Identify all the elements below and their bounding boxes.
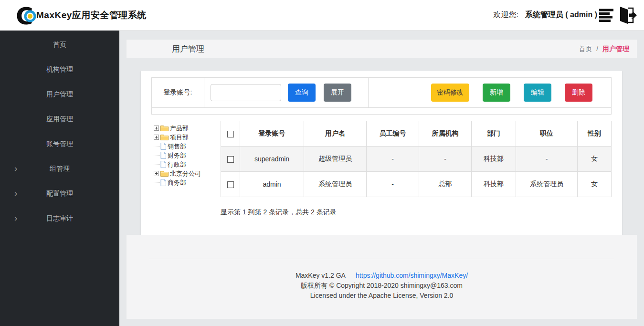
- footer-version-line: MaxKey v1.2 GA https://github.com/shimin…: [127, 271, 637, 281]
- cell-username: 系统管理员: [304, 172, 367, 197]
- login-account-input[interactable]: [211, 84, 281, 101]
- column-header: 员工编号: [367, 121, 419, 147]
- column-header: 性别: [578, 121, 612, 147]
- search-label-cell: 登录账号:: [152, 78, 204, 107]
- row-checkbox[interactable]: [227, 181, 234, 188]
- column-header: 登录账号: [240, 121, 304, 147]
- breadcrumb-separator: /: [596, 45, 598, 53]
- sidebar-item-org-management[interactable]: 机构管理: [0, 57, 119, 82]
- cell-organization: 总部: [419, 172, 472, 197]
- delete-button[interactable]: 删除: [565, 84, 592, 102]
- search-toolbar: 登录账号: 查询 展开 密码修改 新增 编辑 删除: [151, 77, 612, 108]
- cell-department: 科技部: [472, 172, 516, 197]
- welcome-label: 欢迎您:: [493, 10, 518, 20]
- user-management-card: 登录账号: 查询 展开 密码修改 新增 编辑 删除: [141, 71, 622, 235]
- chevron-right-icon: ›: [14, 163, 17, 174]
- cell-position: -: [516, 147, 578, 172]
- sidebar-item-app-management[interactable]: 应用管理: [0, 107, 119, 132]
- cell-login-account: superadmin: [240, 147, 304, 172]
- row-checkbox[interactable]: [227, 156, 234, 163]
- breadcrumb-current[interactable]: 用户管理: [602, 45, 629, 53]
- breadcrumb-home-link[interactable]: 首页: [579, 45, 592, 53]
- breadcrumb: 首页 / 用户管理: [579, 45, 637, 53]
- copyright-text: 版权所有 © Copyright 2018-2020 shimingxy@163…: [127, 281, 637, 291]
- tree-node-leaf[interactable]: 财务部: [154, 151, 221, 160]
- cell-gender: 女: [578, 147, 612, 172]
- cell-username: 超级管理员: [304, 147, 367, 172]
- github-link[interactable]: https://github.com/shimingxy/MaxKey/: [356, 272, 468, 279]
- tree-node-leaf[interactable]: 销售部: [154, 142, 221, 151]
- version-text: MaxKey v1.2 GA: [296, 272, 345, 279]
- column-header: 职位: [516, 121, 578, 147]
- tree-node-leaf[interactable]: 行政部: [154, 160, 221, 169]
- expand-plus-icon[interactable]: [154, 126, 159, 131]
- file-icon: [160, 179, 166, 186]
- footer-text: MaxKey v1.2 GA https://github.com/shimin…: [127, 271, 637, 301]
- select-all-cell: [221, 121, 240, 147]
- page-header: 用户管理 首页 / 用户管理: [127, 40, 637, 58]
- footer-divider: [149, 259, 614, 259]
- cell-employee-no: -: [367, 147, 419, 172]
- search-cell: 查询 展开: [204, 78, 369, 107]
- tree-connector: [154, 164, 160, 165]
- sidebar-item-user-management[interactable]: 用户管理: [0, 82, 119, 107]
- sidebar-item-home[interactable]: 首页: [0, 32, 119, 57]
- users-table: 登录账号 用户名 员工编号 所属机构 部门 职位 性别 superadmin: [221, 121, 612, 197]
- tree-node-folder[interactable]: 项目部: [154, 133, 221, 142]
- expand-button[interactable]: 展开: [324, 84, 351, 102]
- row-select-cell: [221, 172, 240, 197]
- sidebar: 首页 机构管理 用户管理 应用管理 账号管理 › 组管理 › 配置管理 › 日志…: [0, 31, 119, 326]
- sidebar-item-log-audit[interactable]: › 日志审计: [0, 206, 119, 231]
- chevron-right-icon: ›: [14, 213, 17, 223]
- main-content: 用户管理 首页 / 用户管理 登录账号: 查询 展开 密码修改 新增 编辑 删除: [119, 31, 644, 326]
- cell-login-account: admin: [240, 172, 304, 197]
- change-password-button[interactable]: 密码修改: [431, 84, 469, 102]
- page-title: 用户管理: [127, 43, 204, 54]
- folder-icon: [160, 134, 169, 140]
- tree-node-leaf[interactable]: 商务部: [154, 178, 221, 187]
- file-icon: [160, 143, 166, 150]
- tree-node-folder[interactable]: 产品部: [154, 124, 221, 133]
- select-all-checkbox[interactable]: [227, 131, 234, 137]
- folder-icon: [160, 170, 169, 177]
- login-account-label: 登录账号:: [164, 88, 192, 97]
- license-text: Licensed under the Apache License, Versi…: [127, 291, 637, 301]
- current-user: 系统管理员 ( admin ): [525, 10, 597, 20]
- navbar-right: 欢迎您: 系统管理员 ( admin ): [493, 5, 637, 26]
- column-header: 用户名: [304, 121, 367, 147]
- record-summary: 显示第 1 到第 2 条记录，总共 2 条记录: [221, 208, 612, 217]
- org-tree: 产品部 项目部 销售部: [151, 121, 221, 217]
- expand-plus-icon[interactable]: [154, 135, 159, 140]
- tree-connector: [154, 155, 160, 156]
- action-buttons: 密码修改 新增 编辑 删除: [369, 78, 611, 107]
- tree-node-folder[interactable]: 北京分公司: [154, 169, 221, 178]
- brand[interactable]: C MaxKey应用安全管理系统: [17, 4, 147, 26]
- cell-gender: 女: [578, 172, 612, 197]
- query-button[interactable]: 查询: [288, 84, 316, 102]
- footer: MaxKey v1.2 GA https://github.com/shimin…: [127, 235, 637, 319]
- table-row[interactable]: admin 系统管理员 - 总部 科技部 系统管理员 女: [221, 172, 612, 197]
- app-title: MaxKey应用安全管理系统: [36, 9, 147, 21]
- expand-plus-icon[interactable]: [154, 171, 159, 176]
- sidebar-item-account-management[interactable]: 账号管理: [0, 132, 119, 157]
- tree-connector: [154, 146, 160, 147]
- column-header: 部门: [472, 121, 516, 147]
- body-row: 产品部 项目部 销售部: [151, 121, 612, 217]
- chevron-right-icon: ›: [14, 188, 17, 199]
- table-row[interactable]: superadmin 超级管理员 - - 科技部 - 女: [221, 147, 612, 172]
- cell-employee-no: -: [367, 172, 419, 197]
- file-icon: [160, 152, 166, 159]
- sidebar-item-config-management[interactable]: › 配置管理: [0, 181, 119, 206]
- add-button[interactable]: 新增: [483, 84, 510, 102]
- edit-button[interactable]: 编辑: [524, 84, 551, 102]
- collapsed-advanced-search: [151, 108, 612, 115]
- table-header-row: 登录账号 用户名 员工编号 所属机构 部门 职位 性别: [221, 121, 612, 147]
- cell-position: 系统管理员: [516, 172, 578, 197]
- sidebar-item-group-management[interactable]: › 组管理: [0, 157, 119, 181]
- menu-list-icon[interactable]: [597, 5, 617, 26]
- logout-icon[interactable]: [617, 5, 637, 26]
- file-icon: [160, 161, 166, 168]
- cell-department: 科技部: [472, 147, 516, 172]
- tree-connector: [154, 182, 160, 183]
- folder-icon: [160, 125, 169, 131]
